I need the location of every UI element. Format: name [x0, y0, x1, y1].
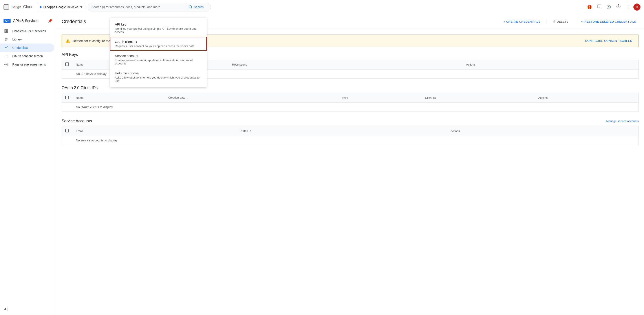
dropdown-item-oauth-client-id[interactable]: OAuth client ID Requests user consent so… [110, 37, 207, 51]
sidebar-item-library[interactable]: Library [0, 35, 54, 44]
dropdown-service-desc: Enables server-to-server, app-level auth… [115, 58, 202, 65]
menu-button[interactable] [4, 4, 9, 10]
search-input[interactable] [92, 5, 183, 9]
navbar: Google Cloud QloApps Google Reviews ▾ Se… [0, 0, 644, 14]
sidebar-item-credentials[interactable]: Credentials [0, 44, 54, 52]
dropdown-help-title: Help me choose [115, 71, 202, 75]
grid-icon [4, 29, 9, 33]
google-logo-text: Google [12, 5, 21, 9]
oauth-section: OAuth 2.0 Client IDs Name Creation date … [62, 86, 639, 112]
oauth-select-all[interactable] [65, 96, 69, 99]
sidebar-item-enabled-apis[interactable]: Enabled APIs & services [0, 27, 54, 35]
more-icon: ⋮ [626, 4, 630, 10]
cloud-text: Cloud [23, 4, 34, 9]
settings-icon [4, 62, 9, 66]
oauth-title: OAuth 2.0 Client IDs [62, 86, 98, 90]
terminal-icon [597, 4, 601, 10]
notification-button[interactable]: 1 [604, 3, 613, 12]
dropdown-help-desc: Asks a few questions to help you decide … [115, 76, 202, 82]
oauth-col-checkbox [62, 93, 72, 103]
svg-point-0 [189, 6, 192, 8]
svg-rect-9 [6, 30, 8, 30]
key-icon [4, 46, 9, 50]
sa-col-actions: Actions [447, 126, 639, 136]
avatar[interactable]: D [634, 4, 640, 10]
terminal-button[interactable] [595, 3, 604, 12]
svg-line-17 [6, 46, 8, 48]
svg-text:?: ? [618, 5, 619, 8]
sa-col-checkbox [62, 126, 72, 136]
sort-up-icon: ↑ [250, 129, 252, 133]
service-accounts-empty-row: No service accounts to display [62, 136, 639, 145]
sidebar-item-label-oauth: OAuth consent screen [12, 54, 43, 58]
sidebar-item-oauth-consent[interactable]: OAuth consent screen [0, 52, 54, 60]
configure-consent-button[interactable]: CONFIGURE CONSENT SCREEN [582, 38, 635, 44]
search-button[interactable]: Search [185, 3, 207, 12]
oauth-icon [4, 54, 9, 58]
sidebar-header: API APIs & Services 📌 [0, 16, 56, 27]
api-keys-col-checkbox [62, 60, 72, 70]
create-credentials-button[interactable]: + CREATE CREDENTIALS [501, 18, 543, 26]
oauth-col-type: Type [338, 93, 422, 103]
sa-select-all[interactable] [65, 129, 69, 132]
google-cloud-logo[interactable]: Google Cloud [12, 4, 34, 9]
svg-rect-11 [6, 32, 8, 32]
warning-icon: ⚠️ [65, 38, 70, 43]
api-keys-col-actions: Actions [462, 60, 638, 70]
api-badge: API [4, 19, 10, 23]
project-dot [40, 6, 42, 8]
search-icon [188, 5, 192, 9]
sidebar-title: APIs & Services [13, 19, 38, 23]
dropdown-api-key-desc: Identifies your project using a simple A… [115, 27, 202, 34]
api-keys-select-all[interactable] [65, 62, 69, 66]
dropdown-item-api-key[interactable]: API key Identifies your project using a … [110, 19, 207, 37]
header-actions: + CREATE CREDENTIALS 🗑 DELETE ↩ RESTORE … [501, 18, 639, 26]
sidebar-pin-icon[interactable]: 📌 [48, 18, 52, 23]
sidebar-item-label-credentials: Credentials [12, 46, 28, 50]
sidebar-item-page-usage[interactable]: Page usage agreements [0, 60, 54, 69]
help-button[interactable]: ? [614, 3, 623, 12]
gift-button[interactable]: 🎁 [585, 3, 594, 12]
oauth-col-creation-date[interactable]: Creation date ↓ [164, 93, 338, 103]
more-options-button[interactable]: ⋮ [624, 3, 632, 12]
library-icon [4, 38, 9, 41]
api-keys-title: API Keys [62, 52, 78, 57]
svg-rect-8 [4, 30, 6, 30]
sa-col-email: Email [72, 126, 237, 136]
sidebar-collapse-button[interactable]: ◀ | [0, 304, 56, 313]
svg-rect-10 [4, 32, 6, 32]
dropdown-oauth-title: OAuth client ID [115, 40, 202, 44]
sidebar-item-label-page-usage: Page usage agreements [12, 63, 46, 66]
svg-point-23 [6, 64, 7, 65]
sidebar-item-label-enabled-apis: Enabled APIs & services [12, 29, 46, 33]
project-selector[interactable]: QloApps Google Reviews ▾ [37, 3, 85, 11]
help-icon: ? [616, 4, 621, 10]
service-accounts-header-row: Email Name ↑ Actions [62, 126, 639, 136]
sa-empty-text: No service accounts to display [72, 136, 639, 145]
content-area: Credentials + CREATE CREDENTIALS 🗑 DELET… [56, 14, 644, 315]
main-layout: API APIs & Services 📌 Enabled APIs & ser… [0, 14, 644, 315]
dropdown-item-service-account[interactable]: Service account Enables server-to-server… [110, 51, 207, 68]
sidebar: API APIs & Services 📌 Enabled APIs & ser… [0, 14, 56, 315]
dropdown-item-help-choose[interactable]: Help me choose Asks a few questions to h… [110, 68, 207, 86]
oauth-col-actions: Actions [535, 93, 638, 103]
service-accounts-section-header: Service Accounts Manage service accounts [62, 119, 639, 124]
api-keys-col-restrictions: Restrictions [228, 60, 462, 70]
project-dropdown-arrow: ▾ [80, 4, 82, 10]
project-name: QloApps Google Reviews [43, 5, 78, 9]
service-accounts-section: Service Accounts Manage service accounts… [62, 119, 639, 145]
credentials-dropdown: API key Identifies your project using a … [110, 18, 207, 87]
delete-button[interactable]: 🗑 DELETE [550, 18, 571, 26]
manage-service-accounts-link[interactable]: Manage service accounts [606, 120, 639, 123]
header-divider [546, 19, 547, 24]
restore-credentials-button[interactable]: ↩ RESTORE DELETED CREDENTIALS [578, 18, 639, 26]
notification-wrapper: 1 [604, 3, 613, 12]
sort-down-icon: ↓ [187, 96, 189, 100]
sidebar-item-label-library: Library [12, 38, 22, 41]
sa-col-name[interactable]: Name ↑ [237, 126, 447, 136]
service-accounts-table: Email Name ↑ Actions No service accounts… [62, 126, 639, 145]
svg-line-1 [191, 8, 192, 8]
service-accounts-title: Service Accounts [62, 119, 92, 124]
oauth-empty-row: No OAuth clients to display [62, 103, 639, 112]
oauth-table: Name Creation date ↓ Type Client ID Acti… [62, 93, 639, 112]
